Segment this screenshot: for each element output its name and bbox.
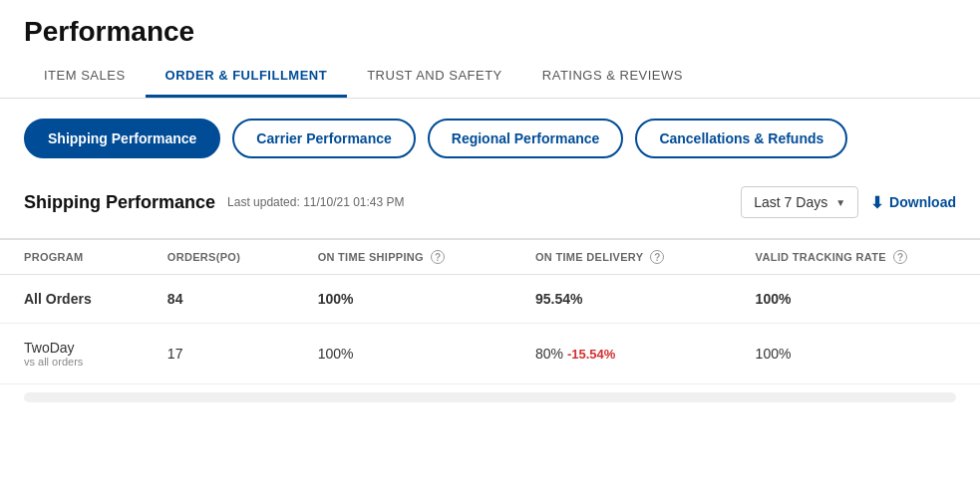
table-header-row: PROGRAM ORDERS(PO) ON TIME SHIPPING ? ON… [0, 240, 980, 275]
tab-order-fulfillment[interactable]: ORDER & FULFILLMENT [146, 56, 348, 98]
col-valid-tracking: VALID TRACKING RATE ? [732, 240, 980, 275]
col-on-time-shipping: ON TIME SHIPPING ? [294, 240, 511, 275]
cell-program: TwoDay vs all orders [0, 324, 144, 384]
performance-header: Shipping Performance Last updated: 11/10… [0, 178, 980, 234]
cell-valid-tracking: 100% [732, 324, 980, 384]
horizontal-scrollbar[interactable] [24, 392, 956, 402]
col-on-time-delivery: ON TIME DELIVERY ? [511, 240, 732, 275]
section-title: Shipping Performance [24, 192, 215, 213]
cell-on-time-shipping: 100% [294, 275, 511, 324]
on-time-delivery-help-icon[interactable]: ? [650, 250, 664, 264]
table-container: PROGRAM ORDERS(PO) ON TIME SHIPPING ? ON… [0, 238, 980, 384]
shipping-performance-btn[interactable]: Shipping Performance [24, 119, 220, 158]
tab-ratings-reviews[interactable]: RATINGS & REVIEWS [522, 56, 703, 98]
cell-valid-tracking: 100% [732, 275, 980, 324]
cell-on-time-shipping: 100% [294, 324, 511, 384]
cell-on-time-delivery: 95.54% [511, 275, 732, 324]
download-button[interactable]: ⬇ Download [870, 193, 956, 212]
section-buttons: Shipping Performance Carrier Performance… [0, 99, 980, 178]
download-label: Download [889, 194, 956, 210]
cell-orders: 17 [144, 324, 294, 384]
dropdown-label: Last 7 Days [754, 194, 827, 210]
main-tabs: ITEM SALES ORDER & FULFILLMENT TRUST AND… [0, 56, 980, 99]
tab-trust-safety[interactable]: TRUST AND SAFETY [347, 56, 522, 98]
last-updated-label: Last updated: [227, 195, 300, 209]
col-orders: ORDERS(PO) [144, 240, 294, 275]
performance-header-right: Last 7 Days ▼ ⬇ Download [741, 186, 956, 218]
chevron-down-icon: ▼ [835, 197, 845, 208]
cell-orders: 84 [144, 275, 294, 324]
last-updated: Last updated: 11/10/21 01:43 PM [227, 195, 405, 209]
table-row: All Orders 84 100% 95.54% 100% [0, 275, 980, 324]
table-row: TwoDay vs all orders 17 100% 80% -15.54%… [0, 324, 980, 384]
cell-on-time-delivery: 80% -15.54% [511, 324, 732, 384]
delivery-diff-negative: -15.54% [567, 347, 615, 362]
on-time-shipping-help-icon[interactable]: ? [431, 250, 445, 264]
col-program: PROGRAM [0, 240, 144, 275]
last-updated-value: 11/10/21 01:43 PM [303, 195, 404, 209]
valid-tracking-help-icon[interactable]: ? [893, 250, 907, 264]
performance-header-left: Shipping Performance Last updated: 11/10… [24, 192, 405, 213]
tab-item-sales[interactable]: ITEM SALES [24, 56, 146, 98]
page-title: Performance [0, 0, 980, 56]
vs-label: vs all orders [24, 356, 120, 368]
carrier-performance-btn[interactable]: Carrier Performance [232, 119, 415, 158]
cancellations-refunds-btn[interactable]: Cancellations & Refunds [635, 119, 847, 158]
regional-performance-btn[interactable]: Regional Performance [428, 119, 624, 158]
download-icon: ⬇ [870, 193, 883, 212]
performance-table: PROGRAM ORDERS(PO) ON TIME SHIPPING ? ON… [0, 239, 980, 384]
cell-program: All Orders [0, 275, 144, 324]
date-range-dropdown[interactable]: Last 7 Days ▼ [741, 186, 858, 218]
